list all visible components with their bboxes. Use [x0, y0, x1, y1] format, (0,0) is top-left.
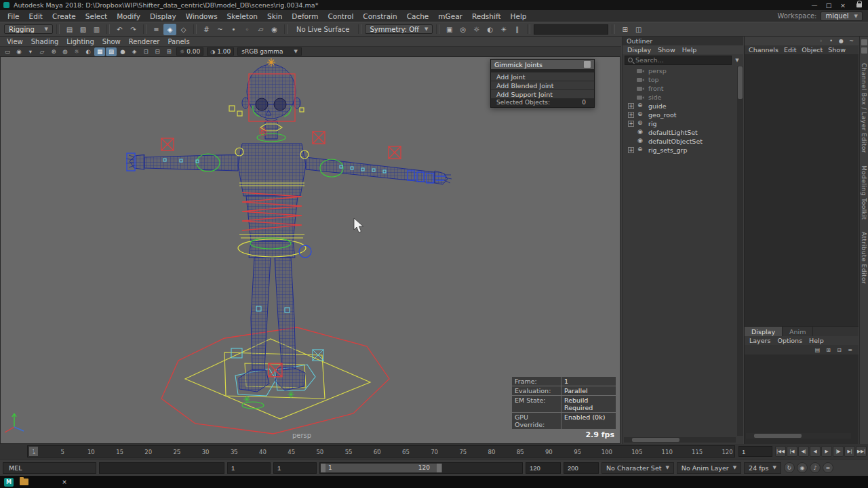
play-backwards-button[interactable]: ◀ [810, 446, 821, 457]
dock-panel-icon[interactable] [861, 47, 867, 54]
camera-lock-icon[interactable]: ▭ [2, 47, 13, 56]
oversampling-icon[interactable]: ◍ [60, 47, 71, 56]
outliner-row[interactable]: rig [623, 119, 737, 128]
counter-icon[interactable]: ◫ [632, 24, 645, 35]
step-forward-key-button[interactable]: |▶ [833, 446, 844, 457]
close-icon[interactable] [584, 61, 591, 68]
anim-layer-select[interactable]: No Anim Layer ▼ [677, 462, 741, 474]
exposure-field[interactable]: ☼ 0.00 [176, 47, 203, 56]
snap-curve-icon[interactable]: ~ [214, 24, 226, 35]
outliner-row[interactable]: guide [623, 102, 737, 110]
add-layer-from-selected-icon[interactable]: ⊟ [835, 346, 844, 354]
make-live-icon[interactable]: ◉ [268, 24, 281, 35]
default-material-icon[interactable]: ● [117, 47, 128, 56]
camera-attributes-icon[interactable]: ◉ [14, 47, 24, 56]
workspace-select[interactable]: miquel ▼ [821, 12, 863, 21]
snap-grid-icon[interactable]: # [200, 24, 213, 35]
file-save-icon[interactable]: ▥ [90, 24, 103, 35]
gate-mask-icon[interactable]: ⊟ [152, 47, 163, 56]
shadows-icon[interactable]: ◐ [83, 47, 94, 56]
command-line-input[interactable] [99, 462, 224, 474]
menu-item[interactable]: File [3, 12, 24, 20]
step-back-frame-button[interactable]: |◀ [787, 446, 797, 457]
file-new-icon[interactable]: ▤ [63, 24, 76, 35]
outliner-row[interactable]: front [623, 84, 737, 93]
toggle-input-icon[interactable]: ⊞ [618, 24, 631, 35]
select-hierarchy-icon[interactable]: ≡ [150, 24, 163, 35]
sidebar-tab[interactable]: Modeling Toolkit [861, 165, 867, 220]
gimmick-button[interactable]: Add Blended Joint [491, 81, 594, 89]
menu-item[interactable]: Edit [24, 12, 47, 20]
layer-tab[interactable]: Anim [783, 327, 813, 336]
outliner-row[interactable]: defaultLightSet [623, 128, 737, 137]
maya-taskbar-icon[interactable]: M [4, 478, 14, 487]
mute-sound-icon[interactable]: ♪ [810, 462, 821, 473]
layer-menu-item[interactable]: Help [806, 337, 827, 344]
expand-toggle-icon[interactable] [628, 121, 634, 127]
menu-item[interactable]: Constrain [358, 12, 401, 20]
channel-menu-item[interactable]: Object [799, 46, 825, 54]
layer-tab[interactable]: Display [745, 327, 783, 336]
auto-key-icon[interactable]: ◉ [797, 462, 808, 473]
menu-item[interactable]: Control [323, 12, 358, 20]
snap-view-plane-icon[interactable]: ▱ [254, 24, 267, 35]
current-frame-field[interactable] [738, 446, 772, 457]
add-empty-layer-icon[interactable]: ⊞ [824, 346, 833, 354]
menu-item[interactable]: Windows [181, 12, 222, 20]
expand-toggle-icon[interactable] [628, 112, 634, 118]
hyperbolic-icon[interactable]: ~ [847, 37, 856, 45]
range-end-handle[interactable] [437, 464, 441, 472]
hypershade-icon[interactable]: ◐ [484, 24, 496, 35]
maximize-button[interactable]: □ [822, 2, 835, 9]
channel-menu-item[interactable]: Channels [746, 46, 781, 54]
panel-menu-item[interactable]: Renderer [125, 38, 164, 45]
wireframe-on-shaded-icon[interactable]: ▨ [106, 47, 117, 56]
ipr-render-icon[interactable]: ◎ [456, 24, 469, 35]
range-slider[interactable]: 1 120 [319, 462, 523, 474]
live-surface-label[interactable]: No Live Surface [291, 26, 355, 33]
channel-menu-item[interactable]: Edit [781, 46, 799, 54]
outliner-menu-item[interactable]: Show [654, 46, 679, 54]
menu-item[interactable]: Skin [262, 12, 287, 20]
go-to-end-button[interactable]: ▶▶| [856, 446, 867, 457]
animation-end-field[interactable] [564, 462, 599, 474]
outliner-row[interactable]: geo_root [623, 110, 737, 119]
select-object-icon[interactable]: ◈ [163, 24, 176, 35]
outliner-row[interactable]: defaultObjectSet [623, 137, 737, 146]
render-settings-icon[interactable]: ☼ [470, 24, 483, 35]
anim-preferences-icon[interactable]: ≡ [823, 462, 833, 473]
snap-projected-center-icon[interactable]: ◦ [241, 24, 254, 35]
image-plane-icon[interactable]: ▱ [37, 47, 47, 56]
numeric-input-field[interactable] [534, 24, 608, 35]
panel-menu-item[interactable]: Panels [163, 38, 193, 45]
playback-end-field[interactable] [526, 462, 561, 474]
menu-item[interactable]: Skeleton [222, 12, 262, 20]
go-to-start-button[interactable]: |◀◀ [775, 446, 786, 457]
sidebar-tab[interactable]: Attribute Editor [861, 232, 867, 284]
folder-taskbar-icon[interactable] [19, 478, 28, 487]
outliner-row[interactable]: top [623, 75, 737, 84]
layer-options-icon[interactable]: ≡ [846, 346, 854, 354]
window-titlebar[interactable]: Autodesk Maya 2018: D:\Dropbox\WIP\Shift… [0, 0, 868, 10]
panel-menu-item[interactable]: Show [98, 38, 125, 45]
outliner-vertical-scrollbar[interactable] [737, 66, 743, 436]
redo-icon[interactable]: ↷ [127, 24, 140, 35]
outliner-horizontal-scrollbar[interactable] [624, 437, 736, 443]
outliner-row[interactable]: side [623, 93, 737, 102]
pin-panel-icon[interactable] [861, 39, 867, 45]
medium-speed-icon[interactable]: • [827, 37, 835, 45]
select-component-icon[interactable]: ◇ [177, 24, 190, 35]
minimize-button[interactable]: — [808, 2, 821, 9]
menu-item[interactable]: Create [47, 12, 81, 20]
menu-item[interactable]: Display [145, 12, 181, 20]
file-open-icon[interactable]: ▧ [77, 24, 90, 35]
fast-speed-icon[interactable]: ● [837, 37, 846, 45]
slow-speed-icon[interactable]: ◦ [816, 37, 825, 45]
step-back-key-button[interactable]: ◀| [798, 446, 809, 457]
channel-menu-item[interactable]: Show [825, 46, 848, 54]
two-d-pan-zoom-icon[interactable]: ⊕ [48, 47, 59, 56]
step-forward-frame-button[interactable]: ▶| [844, 446, 855, 457]
expand-toggle-icon[interactable] [628, 103, 634, 109]
viewport-canvas[interactable]: persp Gimmick Joints Add JointAdd Blende… [0, 56, 620, 444]
gamma-field[interactable]: ◑ 1.00 [207, 47, 234, 56]
